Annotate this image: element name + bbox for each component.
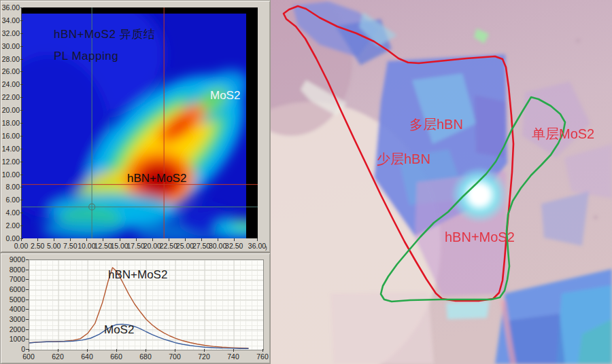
- tick-label: 0: [2, 345, 25, 353]
- label-heterostructure: hBN+MoS2: [445, 230, 515, 245]
- tick-label: 34.00: [1, 16, 20, 24]
- tick-label: 22.00: [1, 93, 20, 101]
- tick-label: 9000: [2, 255, 25, 263]
- tick-label: 24.00: [1, 80, 20, 88]
- label-monolayer-mos2: 单层MoS2: [532, 125, 594, 143]
- microscope-image: 多层hBN 少层hBN 单层MoS2 hBN+MoS2: [271, 0, 612, 364]
- label-fewlayer-hbn: 少层hBN: [377, 150, 430, 168]
- label-multilayer-hbn: 多层hBN: [409, 115, 463, 134]
- tick-label: 12.00: [1, 158, 20, 166]
- tick-label: 4.00: [1, 208, 20, 217]
- tick-label: 680: [131, 352, 160, 361]
- spectrum-annotation-mos2: MoS2: [104, 323, 134, 337]
- tick-label: 16.00: [1, 132, 20, 140]
- tick-label: 6000: [2, 285, 25, 293]
- tick-label: 8000: [2, 266, 25, 274]
- tick-label: 7000: [2, 275, 25, 283]
- pl-spectrum-panel: hBN+MoS2 MoS2 60062064066068070072074076…: [0, 253, 271, 364]
- tick-label: 6.00: [1, 196, 20, 204]
- tick-label: 620: [43, 352, 73, 361]
- tick-label: 600: [14, 352, 44, 361]
- tick-label: 30.00: [1, 42, 20, 50]
- tick-label: 660: [101, 352, 131, 361]
- microscope-photo: [271, 0, 612, 364]
- spectrum-annotation-hbn-mos2: hBN+MoS2: [108, 268, 167, 282]
- tick-label: 20.00: [1, 106, 20, 114]
- tick-label: 0.00: [1, 234, 20, 242]
- tick-label: 10.00: [1, 170, 20, 179]
- tick-label: 36.00: [1, 3, 20, 12]
- app-window: { "colors": { "panel_bg": "#d5d1c9", "cu…: [0, 0, 612, 364]
- tick-label: 740: [218, 352, 248, 361]
- pl-heatmap-image: [22, 7, 258, 238]
- heatmap-annotation-hbn-mos2: hBN+MoS2: [127, 172, 186, 185]
- tick-label: 36.00: [242, 242, 272, 250]
- tick-label: 18.00: [1, 119, 20, 127]
- pl-heatmap-plot[interactable]: [21, 7, 258, 238]
- heatmap-title-line1: hBN+MoS2 异质结: [54, 26, 155, 42]
- tick-label: 2000: [2, 325, 25, 333]
- tick-label: 640: [72, 352, 102, 361]
- tick-label: 26.00: [1, 67, 20, 75]
- tick-label: 2.00: [1, 221, 20, 230]
- tick-label: 4000: [2, 305, 25, 313]
- tick-label: 700: [160, 352, 190, 361]
- tick-label: 720: [189, 352, 219, 361]
- tick-label: 8.00: [1, 183, 20, 191]
- tick-label: 14.00: [1, 145, 20, 153]
- tick-label: 5000: [2, 295, 25, 304]
- pl-mapping-panel: hBN+MoS2 异质结 PL Mapping MoS2 hBN+MoS2 0.…: [0, 0, 271, 253]
- tick-label: 1000: [2, 335, 25, 343]
- tick-label: 28.00: [1, 55, 20, 63]
- heatmap-axis-corner-glyph: ): [265, 244, 267, 251]
- tick-label: 32.00: [1, 29, 20, 37]
- tick-label: 3000: [2, 315, 25, 323]
- heatmap-annotation-mos2: MoS2: [210, 89, 240, 103]
- heatmap-title-line2: PL Mapping: [54, 50, 118, 63]
